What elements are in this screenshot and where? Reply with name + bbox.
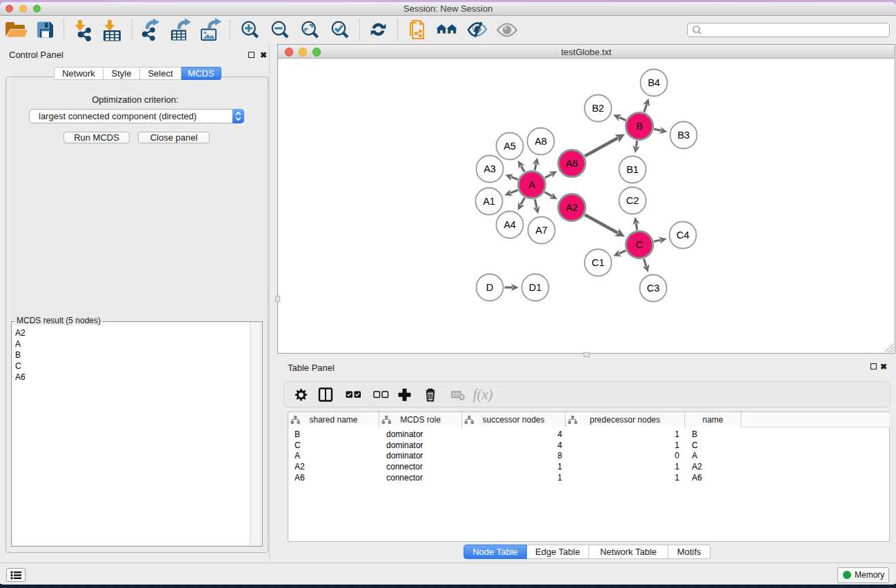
svg-text:A4: A4 [504, 219, 516, 230]
svg-text:A5: A5 [504, 141, 516, 152]
svg-text:A8: A8 [535, 136, 547, 147]
svg-text:C4: C4 [677, 230, 690, 241]
svg-text:f(x): f(x) [472, 386, 492, 403]
svg-text:C1: C1 [592, 257, 605, 268]
svg-text:B1: B1 [626, 164, 639, 175]
svg-text:A6: A6 [566, 158, 578, 169]
svg-text:A2: A2 [566, 202, 578, 213]
svg-text:B4: B4 [648, 77, 660, 88]
svg-text:A1: A1 [483, 196, 495, 207]
svg-text:A: A [528, 179, 535, 190]
svg-text:B3: B3 [677, 130, 690, 141]
svg-text:C2: C2 [626, 195, 639, 206]
svg-text:B: B [636, 121, 643, 132]
svg-text:C: C [636, 239, 643, 250]
svg-text:B2: B2 [592, 103, 604, 114]
svg-text:A7: A7 [535, 225, 548, 236]
svg-text:D: D [486, 282, 493, 293]
svg-text:C3: C3 [647, 283, 660, 294]
svg-text:A3: A3 [484, 163, 496, 174]
svg-text:D1: D1 [529, 282, 542, 293]
